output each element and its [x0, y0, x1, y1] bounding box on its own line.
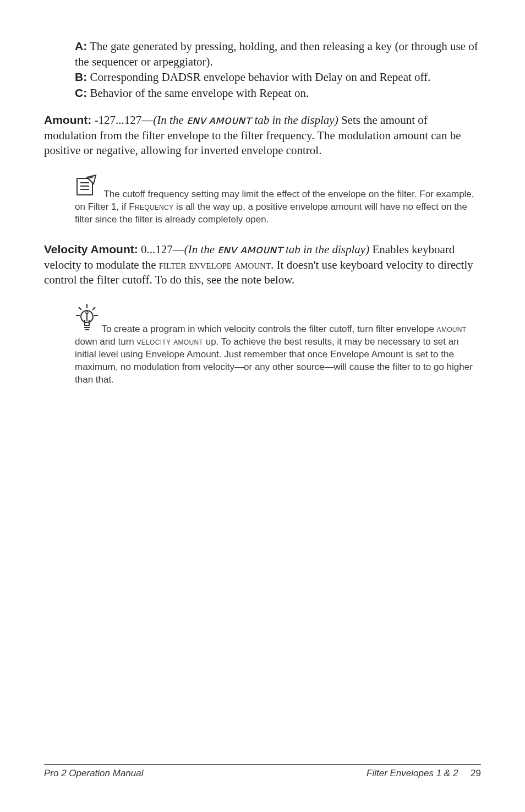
note-icon: [75, 174, 98, 201]
note1-sc: Frequency: [129, 201, 173, 212]
tip-sc2: velocity amount: [136, 336, 203, 347]
definition-a: A: The gate generated by pressing, holdi…: [75, 39, 481, 69]
svg-point-15: [86, 312, 88, 314]
velocity-label: Velocity Amount:: [44, 243, 138, 255]
footer-right: Filter Envelopes 1 & 2 29: [367, 768, 481, 779]
tip-mid1: down and turn: [75, 336, 136, 347]
tip-velocity-cutoff: To create a program in which velocity co…: [75, 303, 481, 386]
footer-page-number: 29: [471, 768, 481, 778]
label-a: A:: [75, 40, 87, 52]
tip-pre: To create a program in which velocity co…: [101, 324, 436, 334]
tip-sc1: amount: [437, 324, 467, 334]
text-b: Corresponding DADSR envelope behavior wi…: [87, 70, 430, 84]
amount-range: -127...127—: [91, 113, 153, 127]
footer-section-title: Filter Envelopes 1 & 2: [367, 768, 458, 778]
amount-ital: (In the ᴇɴᴠ ᴀᴍᴏᴜɴᴛ tab in the display): [153, 113, 338, 127]
label-c: C:: [75, 86, 87, 99]
definition-c: C: Behavior of the same envelope with Re…: [75, 85, 481, 101]
velocity-ital: (In the ᴇɴᴠ ᴀᴍᴏᴜɴᴛ tab in the display): [184, 243, 369, 256]
page-footer: Pro 2 Operation Manual Filter Envelopes …: [44, 764, 481, 779]
label-b: B:: [75, 70, 87, 83]
svg-line-7: [92, 307, 95, 310]
footer-left: Pro 2 Operation Manual: [44, 768, 144, 779]
abc-definitions: A: The gate generated by pressing, holdi…: [75, 39, 481, 101]
velocity-range: 0...127—: [138, 243, 184, 256]
velocity-rest-sc: filter envelope amount: [159, 258, 271, 271]
text-a: The gate generated by pressing, holding,…: [75, 40, 478, 68]
definition-b: B: Corresponding DADSR envelope behavior…: [75, 69, 481, 85]
lightbulb-icon: [75, 324, 101, 334]
text-c: Behavior of the same envelope with Repea…: [87, 86, 309, 100]
velocity-paragraph: Velocity Amount: 0...127—(In the ᴇɴᴠ ᴀᴍᴏ…: [44, 242, 481, 288]
amount-paragraph: Amount: -127...127—(In the ᴇɴᴠ ᴀᴍᴏᴜɴᴛ ta…: [44, 112, 481, 159]
amount-label: Amount:: [44, 113, 91, 126]
svg-line-6: [79, 307, 81, 310]
note-cutoff: The cutoff frequency setting may limit t…: [75, 174, 481, 226]
